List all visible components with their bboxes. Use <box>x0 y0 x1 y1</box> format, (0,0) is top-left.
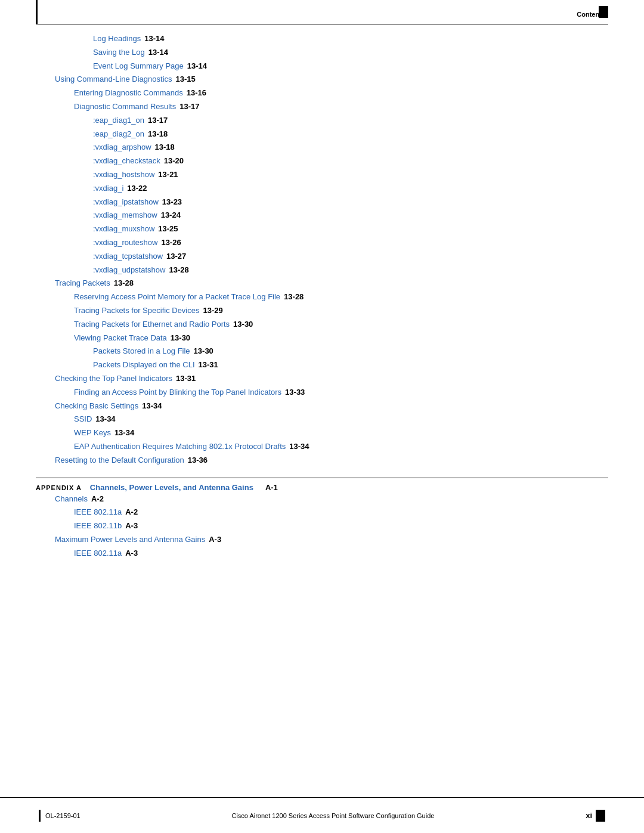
toc-link[interactable]: Packets Displayed on the CLI <box>93 359 195 371</box>
toc-page-num: 13-26 <box>161 237 181 249</box>
toc-item: :vxdiag_memshow13-24 <box>93 209 608 222</box>
toc-link[interactable]: Finding an Access Point by Blinking the … <box>74 386 281 399</box>
toc-item: Finding an Access Point by Blinking the … <box>74 386 608 399</box>
toc-link[interactable]: :vxdiag_routeshow <box>93 237 157 249</box>
toc-page-num: 13-36 <box>188 454 208 467</box>
appendix-link[interactable]: Channels <box>55 493 88 506</box>
footer-left: OL-2159-01 <box>39 810 80 822</box>
toc-page-num: 13-21 <box>158 169 178 181</box>
toc-page-num: 13-33 <box>285 386 305 399</box>
toc-item: Checking the Top Panel Indicators13-31 <box>55 373 608 385</box>
toc-link[interactable]: :vxdiag_udpstatshow <box>93 264 165 277</box>
toc-page-num: 13-24 <box>161 209 181 222</box>
toc-page-num: 13-15 <box>176 73 196 86</box>
toc-item: Diagnostic Command Results13-17 <box>74 101 608 113</box>
toc-item: :vxdiag_routeshow13-26 <box>93 237 608 249</box>
footer-page-number: xi <box>586 811 592 820</box>
toc-link[interactable]: :vxdiag_muxshow <box>93 223 154 236</box>
toc-page-num: 13-14 <box>148 47 168 59</box>
toc-item: Saving the Log13-14 <box>93 47 608 59</box>
toc-item: :vxdiag_muxshow13-25 <box>93 223 608 236</box>
toc-link[interactable]: Using Command-Line Diagnostics <box>55 73 172 86</box>
appendix-item: ChannelsA-2 <box>55 493 608 506</box>
toc-page-num: 13-34 <box>142 400 162 413</box>
toc-link[interactable]: Checking the Top Panel Indicators <box>55 373 172 385</box>
toc-link[interactable]: Entering Diagnostic Commands <box>74 87 183 100</box>
footer: OL-2159-01 Cisco Aironet 1200 Series Acc… <box>0 797 644 833</box>
appendix-link[interactable]: IEEE 802.11a <box>74 547 122 560</box>
toc-item: :vxdiag_udpstatshow13-28 <box>93 264 608 277</box>
toc-link[interactable]: :vxdiag_memshow <box>93 209 157 222</box>
toc-page-num: 13-28 <box>169 264 188 277</box>
toc-item: :eap_diag2_on13-18 <box>93 128 608 141</box>
toc-link[interactable]: Event Log Summary Page <box>93 60 184 73</box>
toc-item: :vxdiag_checkstack13-20 <box>93 155 608 168</box>
toc-link[interactable]: Tracing Packets for Specific Devices <box>74 305 199 317</box>
footer-left-bar <box>39 810 41 822</box>
toc-link[interactable]: :vxdiag_ipstatshow <box>93 196 159 209</box>
toc-item: :vxdiag_arpshow13-18 <box>93 141 608 154</box>
toc-page-num: 13-34 <box>95 413 115 426</box>
toc-page-num: 13-31 <box>199 359 218 371</box>
appendix-page-num: A-3 <box>209 534 221 546</box>
toc-page-num: 13-14 <box>187 60 207 73</box>
toc-link[interactable]: Tracing Packets for Ethernet and Radio P… <box>74 318 230 331</box>
toc-page-num: 13-30 <box>233 318 253 331</box>
toc-link[interactable]: Checking Basic Settings <box>55 400 138 413</box>
toc-item: WEP Keys13-34 <box>74 427 608 439</box>
toc-link[interactable]: :eap_diag1_on <box>93 114 144 127</box>
toc-page-num: 13-22 <box>127 182 147 195</box>
toc-item: EAP Authentication Requires Matching 802… <box>74 441 608 453</box>
toc-item: :vxdiag_tcpstatshow13-27 <box>93 250 608 263</box>
toc-item: :vxdiag_i13-22 <box>93 182 608 195</box>
toc-link[interactable]: WEP Keys <box>74 427 111 439</box>
toc-link[interactable]: Log Headings <box>93 33 141 45</box>
toc-link[interactable]: Saving the Log <box>93 47 145 59</box>
toc-link[interactable]: Reserving Access Point Memory for a Pack… <box>74 291 280 304</box>
toc-page-num: 13-23 <box>162 196 182 209</box>
toc-item: SSID13-34 <box>74 413 608 426</box>
toc-link[interactable]: Resetting to the Default Configuration <box>55 454 184 467</box>
toc-page-num: 13-17 <box>179 101 199 113</box>
appendix-page-num: A-2 <box>125 506 138 519</box>
toc-link[interactable]: SSID <box>74 413 92 426</box>
footer-title: Cisco Aironet 1200 Series Access Point S… <box>80 812 586 819</box>
appendix-title-row: APPENDIX AChannels, Power Levels, and An… <box>36 481 608 492</box>
toc-list: Log Headings13-14Saving the Log13-14Even… <box>36 33 608 467</box>
toc-link[interactable]: Tracing Packets <box>55 277 110 290</box>
toc-item: :eap_diag1_on13-17 <box>93 114 608 127</box>
toc-link[interactable]: :vxdiag_checkstack <box>93 155 160 168</box>
toc-item: :vxdiag_ipstatshow13-23 <box>93 196 608 209</box>
toc-item: Tracing Packets for Ethernet and Radio P… <box>74 318 608 331</box>
toc-page-num: 13-18 <box>155 141 175 154</box>
appendix-title-link[interactable]: Channels, Power Levels, and Antenna Gain… <box>90 483 253 492</box>
footer-right-block <box>596 810 605 822</box>
toc-content: Log Headings13-14Saving the Log13-14Even… <box>36 33 608 785</box>
toc-page-num: 13-20 <box>164 155 184 168</box>
toc-link[interactable]: Viewing Packet Trace Data <box>74 332 167 345</box>
appendix-label: APPENDIX A <box>36 484 82 491</box>
footer-doc-number: OL-2159-01 <box>45 812 80 819</box>
toc-link[interactable]: EAP Authentication Requires Matching 802… <box>74 441 286 453</box>
toc-link[interactable]: :vxdiag_hostshow <box>93 169 154 181</box>
toc-link[interactable]: Packets Stored in a Log File <box>93 345 190 358</box>
appendix-link[interactable]: IEEE 802.11a <box>74 506 122 519</box>
toc-item: Packets Stored in a Log File13-30 <box>93 345 608 358</box>
toc-item: :vxdiag_hostshow13-21 <box>93 169 608 181</box>
appendix-item: IEEE 802.11aA-3 <box>74 547 608 560</box>
appendix-page-num: A-3 <box>125 547 138 560</box>
toc-link[interactable]: :vxdiag_tcpstatshow <box>93 250 163 263</box>
appendix-page-num: A-2 <box>91 493 104 506</box>
toc-page-num: 13-14 <box>144 33 164 45</box>
toc-item: Packets Displayed on the CLI13-31 <box>93 359 608 371</box>
toc-link[interactable]: :vxdiag_i <box>93 182 123 195</box>
toc-item: Viewing Packet Trace Data13-30 <box>74 332 608 345</box>
toc-link[interactable]: Diagnostic Command Results <box>74 101 176 113</box>
header-right-block <box>599 6 608 18</box>
toc-item: Reserving Access Point Memory for a Pack… <box>74 291 608 304</box>
appendix-link[interactable]: IEEE 802.11b <box>74 520 122 532</box>
toc-link[interactable]: :vxdiag_arpshow <box>93 141 151 154</box>
appendix-item: IEEE 802.11bA-3 <box>74 520 608 532</box>
appendix-link[interactable]: Maximum Power Levels and Antenna Gains <box>55 534 205 546</box>
toc-link[interactable]: :eap_diag2_on <box>93 128 144 141</box>
